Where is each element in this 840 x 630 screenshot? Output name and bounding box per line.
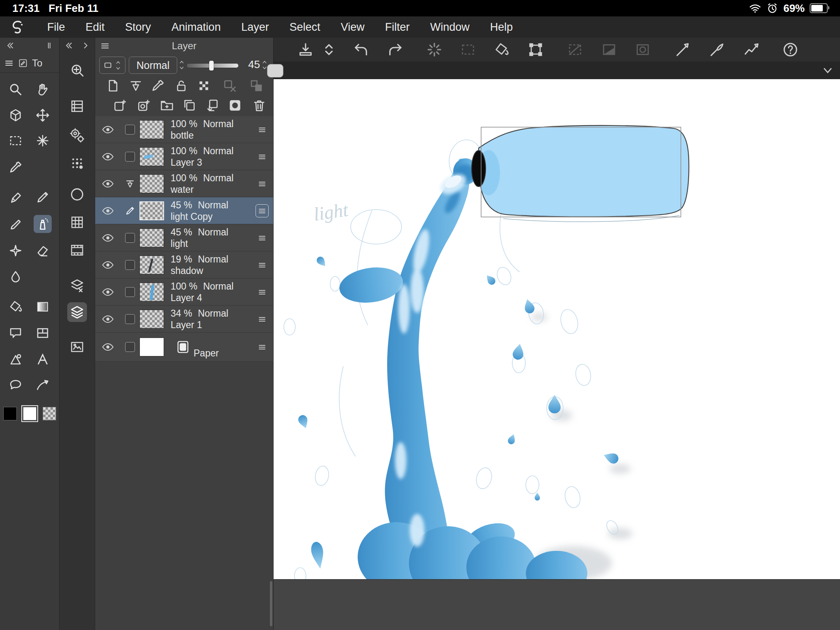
layer-thumbnail[interactable] — [139, 283, 164, 301]
menu-window[interactable]: Window — [420, 21, 480, 34]
material-palette-button[interactable] — [67, 337, 87, 357]
tween-icon[interactable] — [121, 178, 139, 189]
layer-row-layer1[interactable]: 34 %NormalLayer 1 — [95, 306, 273, 333]
hand-tool[interactable] — [34, 80, 52, 98]
snap-to-ruler-icon[interactable] — [675, 41, 691, 58]
lock-layer-icon[interactable] — [174, 78, 189, 93]
layer-thumbnail[interactable] — [139, 201, 164, 220]
visibility-eye-icon[interactable] — [95, 342, 121, 352]
layer-drag-handle-icon[interactable] — [251, 233, 273, 243]
visibility-eye-icon[interactable] — [95, 125, 121, 134]
layer-drag-handle-icon[interactable] — [251, 260, 273, 270]
collapse-panel-icon[interactable] — [5, 41, 15, 50]
lasso-fill-tool[interactable] — [7, 376, 25, 394]
reference-layer-icon[interactable] — [151, 78, 165, 93]
text-tool[interactable] — [34, 350, 52, 368]
eraser-tool[interactable] — [34, 242, 52, 260]
transform-icon[interactable] — [527, 41, 544, 58]
menu-filter[interactable]: Filter — [375, 21, 420, 34]
new-vector-layer-icon[interactable] — [137, 98, 151, 113]
menu-select[interactable]: Select — [279, 21, 331, 34]
layer-row-layer3[interactable]: 100 %NormalLayer 3 — [95, 143, 273, 170]
fill-selection-icon[interactable] — [493, 41, 510, 58]
layer-checkbox[interactable] — [121, 314, 139, 324]
tool-property-palette-button[interactable] — [67, 126, 87, 145]
layer-type-button[interactable] — [99, 57, 126, 74]
layer-row-light[interactable]: 45 %Normallight — [95, 224, 273, 251]
undo-icon[interactable] — [353, 41, 369, 58]
layer-thumbnail[interactable] — [139, 147, 164, 166]
canvas-tab-fragment[interactable] — [267, 64, 283, 78]
blend-tool[interactable] — [7, 268, 25, 286]
balloon-tool[interactable] — [7, 324, 25, 342]
zoom-tool[interactable] — [7, 80, 25, 98]
layer-row-light-copy[interactable]: 45 %Normallight Copy — [95, 197, 273, 224]
layer-checkbox[interactable] — [121, 233, 139, 243]
layer-type-stepper[interactable] — [114, 60, 122, 71]
deselect-icon[interactable] — [460, 41, 476, 58]
layer-drag-handle-icon[interactable] — [251, 287, 273, 297]
visibility-eye-icon[interactable] — [95, 288, 121, 297]
figure-tool[interactable] — [7, 350, 25, 368]
layer-drag-handle-icon[interactable] — [251, 342, 273, 352]
draft-layer-icon[interactable] — [222, 78, 237, 93]
layer-panel-scrollbar[interactable] — [270, 581, 272, 626]
layer-drag-handle-icon[interactable] — [251, 206, 273, 216]
delete-layer-icon[interactable] — [252, 98, 267, 113]
select-fill-icon[interactable] — [601, 41, 617, 58]
menu-view[interactable]: View — [331, 21, 375, 34]
blend-mode-stepper[interactable] — [178, 59, 185, 71]
transparent-color-swatch[interactable] — [43, 407, 56, 420]
airbrush-tool[interactable] — [34, 215, 52, 233]
layer-checkbox[interactable] — [121, 287, 139, 297]
visibility-eye-icon[interactable] — [95, 233, 121, 242]
toolbar-collapse-chevron-icon[interactable] — [822, 65, 833, 76]
layer-property-palette-button[interactable] — [67, 276, 87, 295]
pencil-tool[interactable] — [34, 188, 52, 206]
export-icon[interactable] — [297, 41, 314, 58]
duplicate-layer-icon[interactable] — [182, 98, 197, 113]
layer-thumbnail[interactable] — [139, 228, 164, 247]
layer-checkbox[interactable] — [121, 125, 139, 135]
layer-thumbnail[interactable] — [139, 310, 164, 329]
frame-border-tool[interactable] — [34, 324, 52, 342]
layer-thumbnail[interactable] — [139, 256, 164, 274]
sub-color-swatch[interactable] — [23, 407, 37, 420]
move-layer-tool[interactable] — [34, 106, 52, 124]
layer-row-shadow[interactable]: 19 %Normalshadow — [95, 251, 273, 278]
operation-tool[interactable] — [7, 106, 25, 124]
line-correction-tool[interactable] — [34, 376, 52, 394]
layer-thumbnail[interactable] — [139, 338, 164, 356]
layer-row-water[interactable]: 100 %Normalwater — [95, 170, 273, 197]
visibility-eye-icon[interactable] — [95, 315, 121, 324]
layer-row-paper[interactable]: Paper — [95, 333, 273, 362]
lock-transparent-pixels-icon[interactable] — [196, 78, 211, 93]
layer-row-bottle[interactable]: 100 %Normalbottle — [95, 116, 273, 143]
blend-mode-select[interactable]: Normal — [129, 57, 177, 74]
timeline-palette-button[interactable] — [67, 240, 87, 260]
select-overlap-icon[interactable] — [567, 41, 583, 58]
sub-tool-palette-button[interactable] — [67, 96, 87, 116]
layer-color-icon[interactable] — [249, 78, 264, 93]
brush-size-palette-button[interactable] — [67, 153, 87, 173]
clip-to-layer-below-icon[interactable] — [105, 78, 120, 93]
menu-file[interactable]: File — [37, 21, 75, 34]
snap-to-grid-icon[interactable] — [743, 41, 760, 58]
layer-checkbox[interactable] — [121, 260, 139, 270]
layer-thumbnail[interactable] — [139, 120, 164, 139]
layer-checkbox[interactable] — [121, 152, 139, 162]
auto-select-tool[interactable] — [34, 132, 52, 150]
new-raster-layer-icon[interactable] — [113, 98, 128, 113]
visibility-eye-icon[interactable] — [95, 152, 121, 161]
layer-drag-handle-icon[interactable] — [251, 152, 273, 162]
canvas[interactable]: light — [274, 79, 840, 579]
menu-layer[interactable]: Layer — [231, 21, 279, 34]
layer-drag-handle-icon[interactable] — [251, 179, 273, 189]
eyedropper-tool[interactable] — [7, 158, 25, 176]
new-folder-icon[interactable] — [160, 98, 174, 113]
tool-menu-icon[interactable] — [4, 58, 14, 68]
transfer-to-layer-icon[interactable] — [205, 98, 220, 113]
menu-edit[interactable]: Edit — [75, 21, 115, 34]
menu-story[interactable]: Story — [115, 21, 161, 34]
decoration-tool[interactable] — [7, 242, 25, 260]
